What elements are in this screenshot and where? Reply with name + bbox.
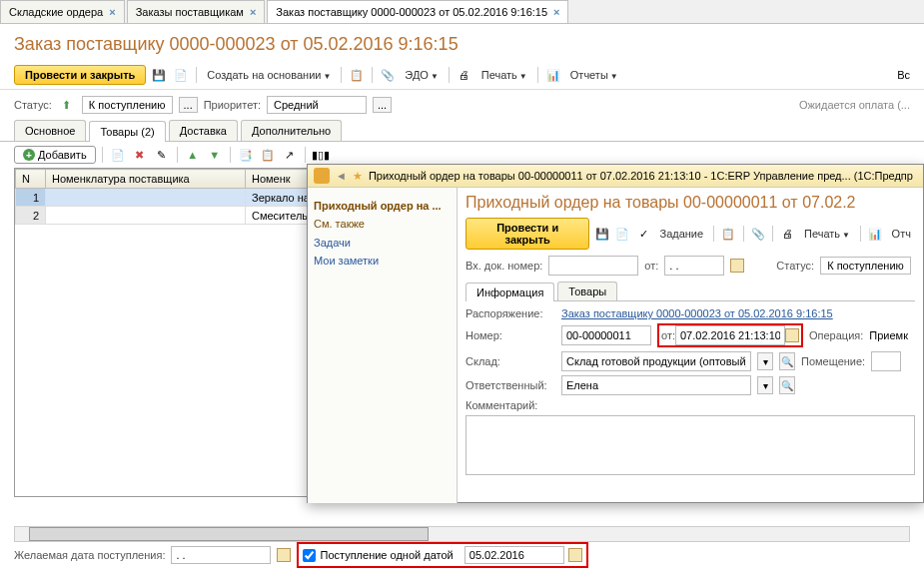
fill-icon[interactable]: 📑 <box>237 146 255 164</box>
close-icon[interactable]: × <box>109 6 115 18</box>
single-date-input[interactable] <box>464 546 564 564</box>
post-close-button[interactable]: Провести и закрыть <box>14 65 146 85</box>
select-icon[interactable]: ▾ <box>757 352 773 370</box>
paste-icon[interactable]: 📋 <box>259 146 277 164</box>
star-icon[interactable]: ★ <box>353 170 363 183</box>
tab-additional[interactable]: Дополнительно <box>241 120 342 141</box>
print-icon[interactable]: 🖨 <box>456 66 473 84</box>
close-icon[interactable]: × <box>250 6 256 18</box>
inner-tab-info[interactable]: Информация <box>465 283 554 301</box>
incoming-number-input[interactable] <box>548 256 638 276</box>
page-title: Заказ поставщику 0000-000023 от 05.02.20… <box>0 24 924 61</box>
edit-icon[interactable]: ✎ <box>153 146 171 164</box>
list-icon[interactable]: 📋 <box>348 66 366 84</box>
delete-icon[interactable]: ✖ <box>131 146 149 164</box>
list-icon[interactable]: 📋 <box>720 225 737 243</box>
attach-icon[interactable]: 📎 <box>750 225 767 243</box>
back-icon[interactable]: ◄ <box>336 170 347 182</box>
warehouse-input[interactable] <box>561 351 751 371</box>
date-label: от: <box>661 329 675 341</box>
share-icon[interactable]: ↗ <box>281 146 299 164</box>
room-label: Помещение: <box>801 355 865 367</box>
date-highlight: от: <box>657 323 803 347</box>
dialog-print-menu[interactable]: Печать▼ <box>800 226 854 242</box>
report-icon[interactable]: 📊 <box>544 66 562 84</box>
dialog-toolbar: Провести и закрыть 💾 📄 ✓ Задание 📋 📎 🖨 П… <box>465 218 915 250</box>
sub-tabs: Основное Товары (2) Доставка Дополнитель… <box>0 120 924 142</box>
dialog-reports-menu[interactable]: Отч <box>888 226 915 242</box>
tab-label: Заказ поставщику 0000-000023 от 05.02.20… <box>276 6 547 18</box>
status-more-button[interactable]: ... <box>179 97 198 113</box>
scrollbar-thumb[interactable] <box>29 527 429 541</box>
tab-order-detail[interactable]: Заказ поставщику 0000-000023 от 05.02.20… <box>267 0 568 23</box>
col-supplier-nom[interactable]: Номенклатура поставщика <box>46 170 246 189</box>
col-n[interactable]: N <box>16 170 46 189</box>
single-date-checkbox[interactable] <box>303 549 316 562</box>
all-label: Вс <box>897 69 910 81</box>
move-down-icon[interactable]: ▼ <box>206 146 224 164</box>
comment-textarea[interactable] <box>465 415 915 475</box>
tab-main[interactable]: Основное <box>14 120 86 141</box>
horizontal-scrollbar[interactable] <box>14 526 910 542</box>
status-select[interactable]: К поступлению <box>82 96 173 114</box>
operation-label: Операция: <box>809 329 863 341</box>
task-button[interactable]: Задание <box>656 226 708 242</box>
add-button[interactable]: +Добавить <box>14 146 96 164</box>
select-icon[interactable]: ▾ <box>757 376 773 394</box>
dialog-titlebar[interactable]: ◄ ★ Приходный ордер на товары 00-0000001… <box>308 165 923 188</box>
report-icon[interactable]: 📊 <box>867 225 884 243</box>
tab-supplier-orders[interactable]: Заказы поставщикам × <box>127 0 266 23</box>
calendar-icon[interactable] <box>277 548 291 562</box>
see-also-label: См. также <box>314 218 451 230</box>
post-icon[interactable]: 📄 <box>614 225 631 243</box>
post-icon[interactable]: 📄 <box>172 66 190 84</box>
priority-more-button[interactable]: ... <box>373 97 392 113</box>
copy-icon[interactable]: 📄 <box>109 146 127 164</box>
search-icon[interactable]: 🔍 <box>779 352 795 370</box>
dialog-status-label: Статус: <box>776 260 814 272</box>
date-input[interactable] <box>675 325 785 345</box>
sidebar-item-notes[interactable]: Мои заметки <box>314 252 451 270</box>
search-icon[interactable]: 🔍 <box>779 376 795 394</box>
status-row: Статус: ⬆ К поступлению ... Приоритет: С… <box>0 90 924 120</box>
calendar-icon[interactable] <box>730 259 744 273</box>
order-link[interactable]: Заказ поставщику 0000-000023 от 05.02.20… <box>561 307 833 319</box>
from-date-input[interactable] <box>664 256 724 276</box>
close-icon[interactable]: × <box>553 6 559 18</box>
receipt-order-dialog: ◄ ★ Приходный ордер на товары 00-0000001… <box>307 164 924 503</box>
calendar-icon[interactable] <box>785 328 799 342</box>
number-input[interactable] <box>561 325 651 345</box>
room-input[interactable] <box>871 351 901 371</box>
arrow-up-icon[interactable]: ⬆ <box>58 96 76 114</box>
payment-expected-label: Ожидается оплата (... <box>799 99 910 111</box>
move-up-icon[interactable]: ▲ <box>184 146 202 164</box>
responsible-label: Ответственный: <box>465 379 555 391</box>
create-basis-menu[interactable]: Создать на основании▼ <box>203 67 335 83</box>
edo-menu[interactable]: ЭДО▼ <box>401 67 442 83</box>
task-icon[interactable]: ✓ <box>635 225 652 243</box>
dialog-main: Приходный ордер на товары 00-00000011 от… <box>458 188 923 503</box>
reports-menu[interactable]: Отчеты▼ <box>566 67 622 83</box>
desired-date-input[interactable] <box>171 546 271 564</box>
sidebar-head: Приходный ордер на ... <box>314 200 451 212</box>
sidebar-item-tasks[interactable]: Задачи <box>314 234 451 252</box>
warehouse-label: Склад: <box>465 355 555 367</box>
app-icon <box>314 168 330 184</box>
print-menu[interactable]: Печать▼ <box>477 67 531 83</box>
save-icon[interactable]: 💾 <box>150 66 168 84</box>
comment-label: Комментарий: <box>465 399 537 411</box>
responsible-input[interactable] <box>561 375 751 395</box>
attach-icon[interactable]: 📎 <box>379 66 397 84</box>
priority-select[interactable]: Средний <box>267 96 367 114</box>
inner-tab-goods[interactable]: Товары <box>557 282 617 300</box>
tab-goods[interactable]: Товары (2) <box>89 121 165 142</box>
barcode-icon[interactable]: ▮▯▮ <box>312 146 330 164</box>
calendar-icon[interactable] <box>568 548 582 562</box>
tab-delivery[interactable]: Доставка <box>169 120 238 141</box>
tab-warehouse-orders[interactable]: Складские ордера × <box>0 0 125 23</box>
desired-date-label: Желаемая дата поступления: <box>14 549 165 561</box>
dialog-post-close-button[interactable]: Провести и закрыть <box>465 218 589 250</box>
dialog-status-select[interactable]: К поступлению <box>820 257 911 275</box>
save-icon[interactable]: 💾 <box>593 225 610 243</box>
print-icon[interactable]: 🖨 <box>779 225 796 243</box>
